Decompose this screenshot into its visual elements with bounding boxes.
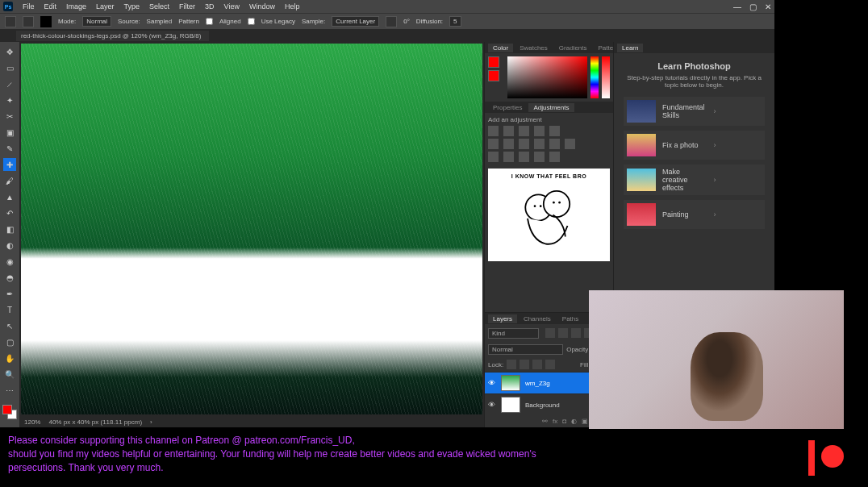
status-chevron-icon[interactable]: › xyxy=(150,418,152,426)
brush-preset-icon[interactable] xyxy=(23,16,34,27)
posterize-adj-icon[interactable] xyxy=(503,152,514,162)
hand-tool-icon[interactable]: ✋ xyxy=(3,352,16,364)
dodge-tool-icon[interactable]: ◓ xyxy=(3,271,16,284)
tab-swatches[interactable]: Swatches xyxy=(515,44,553,52)
menu-filter[interactable]: Filter xyxy=(179,2,195,10)
lock-image-icon[interactable] xyxy=(520,360,529,369)
menu-window[interactable]: Window xyxy=(249,2,275,10)
tab-paths[interactable]: Paths xyxy=(557,314,583,323)
eyedropper-tool-icon[interactable]: ✎ xyxy=(3,142,16,155)
link-layer-icon[interactable]: ⚯ xyxy=(542,418,548,425)
menu-view[interactable]: View xyxy=(224,2,240,10)
pen-tool-icon[interactable]: ✒ xyxy=(3,287,16,300)
shape-tool-icon[interactable]: ▢ xyxy=(3,335,16,348)
menu-type[interactable]: Type xyxy=(124,2,140,10)
menu-3d[interactable]: 3D xyxy=(205,2,215,10)
menu-select[interactable]: Select xyxy=(149,2,169,10)
lock-all-icon[interactable] xyxy=(545,360,555,369)
legacy-checkbox[interactable] xyxy=(248,18,255,25)
filter-type-icon[interactable] xyxy=(571,328,581,338)
filter-adj-icon[interactable] xyxy=(558,328,568,338)
path-tool-icon[interactable]: ↖ xyxy=(3,319,16,332)
pressure-icon[interactable] xyxy=(386,16,397,27)
learn-item-fundamentals[interactable]: Fundamental Skills › xyxy=(624,97,765,126)
fx-icon[interactable]: fx xyxy=(553,418,557,425)
color-swatches[interactable] xyxy=(2,405,17,419)
brightness-adj-icon[interactable] xyxy=(488,126,499,136)
tab-properties[interactable]: Properties xyxy=(488,103,527,112)
picker-fg-swatch[interactable] xyxy=(488,56,499,68)
blur-tool-icon[interactable]: ◉ xyxy=(3,255,16,268)
picker-bg-swatch[interactable] xyxy=(488,70,499,81)
document-info[interactable]: 40% px x 40% px (118.11 ppcm) xyxy=(48,418,142,426)
menu-file[interactable]: File xyxy=(23,2,35,10)
edit-toolbar-icon[interactable]: ⋯ xyxy=(3,384,16,397)
wand-tool-icon[interactable]: ✦ xyxy=(3,94,16,106)
maximize-icon[interactable]: ▢ xyxy=(749,2,757,11)
photofilter-adj-icon[interactable] xyxy=(534,139,545,149)
learn-item-effects[interactable]: Make creative effects › xyxy=(624,164,765,195)
angle-value[interactable]: 0° xyxy=(403,18,410,25)
mask-icon[interactable]: ◘ xyxy=(562,418,566,425)
crop-tool-icon[interactable]: ✂ xyxy=(3,110,16,123)
eraser-tool-icon[interactable]: ◧ xyxy=(3,223,16,235)
type-tool-icon[interactable]: T xyxy=(3,303,16,316)
learn-item-fix[interactable]: Fix a photo › xyxy=(624,131,765,160)
curves-adj-icon[interactable] xyxy=(519,126,529,136)
document-tab[interactable]: red-thick-colour-stockings-legs.psd @ 12… xyxy=(16,31,209,41)
tab-learn[interactable]: Learn xyxy=(617,44,643,52)
minimize-icon[interactable]: — xyxy=(733,2,741,11)
visibility-icon[interactable]: 👁 xyxy=(488,379,496,387)
move-tool-icon[interactable]: ✥ xyxy=(3,45,16,58)
tool-preset-icon[interactable] xyxy=(5,16,16,27)
diffusion-value[interactable]: 5 xyxy=(449,16,461,27)
menu-edit[interactable]: Edit xyxy=(44,2,57,10)
gradientmap-adj-icon[interactable] xyxy=(534,152,545,162)
threshold-adj-icon[interactable] xyxy=(519,152,529,162)
source-pattern[interactable]: Pattern xyxy=(178,18,199,25)
lock-trans-icon[interactable] xyxy=(507,360,516,369)
menu-help[interactable]: Help xyxy=(285,2,300,10)
source-sampled[interactable]: Sampled xyxy=(147,18,173,25)
layer-name[interactable]: Background xyxy=(525,402,560,409)
invert-adj-icon[interactable] xyxy=(488,152,499,162)
frame-tool-icon[interactable]: ▣ xyxy=(3,126,16,139)
foreground-color-swatch[interactable] xyxy=(2,405,12,414)
adj-layer-icon[interactable]: ◐ xyxy=(571,418,577,425)
lock-pos-icon[interactable] xyxy=(532,360,542,369)
history-brush-tool-icon[interactable]: ↶ xyxy=(3,206,16,219)
layer-filter-kind[interactable]: Kind xyxy=(488,328,539,339)
levels-adj-icon[interactable] xyxy=(503,126,514,136)
exposure-adj-icon[interactable] xyxy=(534,126,545,136)
hue-adj-icon[interactable] xyxy=(488,139,499,149)
brush-tool-icon[interactable]: 🖌 xyxy=(3,174,16,187)
lookup-adj-icon[interactable] xyxy=(565,139,575,149)
layer-name[interactable]: wm_Z3g xyxy=(525,380,550,387)
hue-slider[interactable] xyxy=(590,56,599,98)
filter-pixel-icon[interactable] xyxy=(545,328,555,338)
healing-brush-tool-icon[interactable]: ✚ xyxy=(3,158,16,171)
menu-layer[interactable]: Layer xyxy=(96,2,115,10)
document-canvas[interactable] xyxy=(21,44,482,414)
group-icon[interactable]: ▣ xyxy=(582,418,588,425)
vibrance-adj-icon[interactable] xyxy=(549,126,560,136)
zoom-tool-icon[interactable]: 🔍 xyxy=(3,368,16,381)
color-field[interactable] xyxy=(507,56,587,98)
tab-gradients[interactable]: Gradients xyxy=(554,44,592,52)
mixer-adj-icon[interactable] xyxy=(549,139,560,149)
alpha-slider[interactable] xyxy=(602,56,610,98)
tab-color[interactable]: Color xyxy=(488,44,513,52)
colorbalance-adj-icon[interactable] xyxy=(503,139,514,149)
close-icon[interactable]: ✕ xyxy=(765,2,771,11)
selective-adj-icon[interactable] xyxy=(549,152,560,162)
learn-item-painting[interactable]: Painting › xyxy=(624,200,765,229)
layer-thumbnail[interactable] xyxy=(501,397,520,413)
tab-adjustments[interactable]: Adjustments xyxy=(528,103,574,112)
visibility-icon[interactable]: 👁 xyxy=(488,401,496,409)
aligned-checkbox[interactable] xyxy=(206,18,213,25)
tab-layers[interactable]: Layers xyxy=(488,314,517,323)
brush-swatch[interactable] xyxy=(40,16,52,27)
stamp-tool-icon[interactable]: ▲ xyxy=(3,190,16,203)
tab-channels[interactable]: Channels xyxy=(519,314,556,323)
marquee-tool-icon[interactable]: ▭ xyxy=(3,61,16,74)
